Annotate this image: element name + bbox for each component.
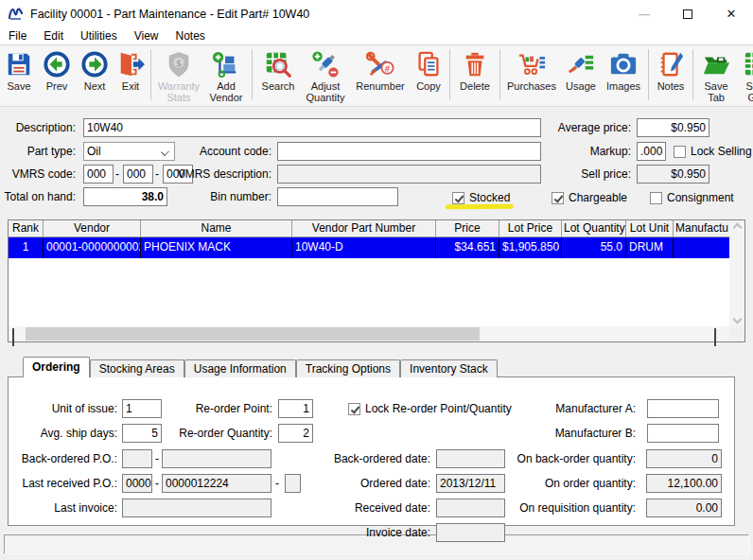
search-button[interactable]: Search bbox=[255, 46, 301, 105]
menu-view[interactable]: View bbox=[126, 27, 167, 44]
toolbar-button-label: Save Grid bbox=[736, 80, 753, 103]
tab-stocking-areas[interactable]: Stocking Areas bbox=[90, 359, 184, 377]
part-type-label: Part type: bbox=[0, 142, 76, 161]
adjust-quantity-button[interactable]: Adjust Quantity bbox=[301, 46, 350, 105]
toolbar-button-label: Add Vendor bbox=[203, 80, 249, 103]
grid-header-lot-price[interactable]: Lot Price bbox=[499, 220, 562, 237]
checkbox-label: Lock Selling bbox=[691, 145, 752, 158]
toolbar-separator bbox=[252, 49, 253, 100]
total-on-hand-label: Total on hand: bbox=[0, 187, 76, 206]
vmrs-description-label: VMRS description: bbox=[142, 165, 271, 184]
toolbar-button-label: Copy bbox=[416, 80, 441, 92]
received-date-label: Received date: bbox=[292, 499, 430, 517]
next-button[interactable]: Next bbox=[76, 46, 114, 105]
average-price-input[interactable]: $0.950 bbox=[637, 118, 709, 137]
minimize-button[interactable]: — bbox=[622, 0, 666, 27]
grid-vertical-scrollbar[interactable] bbox=[729, 220, 744, 326]
spark-plug-plus-minus-icon bbox=[311, 48, 340, 80]
usage-button[interactable]: Usage bbox=[560, 46, 602, 105]
tab-usage-information[interactable]: Usage Information bbox=[184, 359, 296, 377]
toolbar-button-label: Notes bbox=[657, 80, 685, 92]
spark-plug-list-icon bbox=[567, 48, 595, 80]
app-logo-icon bbox=[8, 6, 24, 22]
back-ordered-date-label: Back-ordered date: bbox=[292, 449, 430, 468]
maximize-icon bbox=[683, 9, 692, 19]
grid-header-price[interactable]: Price bbox=[436, 220, 499, 237]
toolbar-separator bbox=[648, 49, 649, 100]
grid-cell-vendor-part-number: 10W40-D bbox=[292, 237, 436, 258]
delete-button[interactable]: Delete bbox=[453, 46, 497, 105]
toolbar-separator bbox=[150, 49, 151, 100]
menu-utilities[interactable]: Utilities bbox=[72, 27, 126, 44]
menu-notes[interactable]: Notes bbox=[167, 27, 214, 44]
stocked-checkbox[interactable]: Stocked bbox=[452, 191, 510, 204]
toolbar-button-label: Images bbox=[606, 80, 640, 92]
maximize-button[interactable] bbox=[666, 0, 709, 27]
grid-cell-vendor: 00001-0000000002 bbox=[44, 237, 141, 258]
save-button[interactable]: Save bbox=[0, 46, 38, 105]
scrollbar-thumb[interactable] bbox=[26, 327, 480, 341]
purchases-button[interactable]: Purchases bbox=[503, 46, 560, 105]
close-button[interactable]: ✕ bbox=[709, 0, 753, 27]
checkbox-label: Consignment bbox=[667, 191, 734, 204]
bin-number-input[interactable] bbox=[277, 187, 398, 206]
copy-button[interactable]: Copy bbox=[411, 46, 447, 105]
manufacturer-b-input[interactable] bbox=[647, 424, 719, 443]
renumber-button[interactable]: # Renumber bbox=[350, 46, 411, 105]
vmrs-code-seg1-input[interactable]: 000 bbox=[83, 165, 114, 184]
chargeable-checkbox[interactable]: Chargeable bbox=[552, 191, 627, 204]
grid-header-vendor[interactable]: Vendor bbox=[44, 220, 141, 237]
add-vendor-button[interactable]: Add Vendor bbox=[203, 46, 249, 105]
reorder-quantity-input[interactable]: 2 bbox=[278, 424, 313, 443]
prev-button[interactable]: Prev bbox=[38, 46, 76, 105]
consignment-checkbox[interactable]: Consignment bbox=[650, 191, 734, 204]
grid-header-name[interactable]: Name bbox=[141, 220, 292, 237]
markup-input[interactable]: .000 bbox=[637, 142, 666, 161]
grid-row-selected[interactable]: 1 00001-0000000002 PHOENIX MACK 10W40-D … bbox=[9, 237, 744, 258]
tab-tracking-options[interactable]: Tracking Options bbox=[296, 359, 400, 377]
reorder-point-label: Re-order Point: bbox=[122, 399, 272, 418]
po-dash: - bbox=[153, 449, 161, 468]
toolbar-button-label: Prev bbox=[46, 80, 68, 92]
account-code-label: Account code: bbox=[142, 142, 271, 161]
scrollbar-corner bbox=[729, 326, 744, 341]
hand-truck-plus-icon bbox=[212, 48, 240, 80]
checkbox-box bbox=[348, 403, 360, 415]
toolbar-button-label: Purchases bbox=[507, 80, 556, 92]
menu-file[interactable]: File bbox=[0, 27, 35, 44]
toolbar-button-label: Adjust Quantity bbox=[301, 80, 350, 103]
save-tab-button[interactable]: Save Tab bbox=[696, 46, 736, 105]
notes-button[interactable]: Notes bbox=[652, 46, 690, 105]
tab-ordering[interactable]: Ordering bbox=[23, 357, 90, 377]
grid-horizontal-scrollbar[interactable] bbox=[9, 326, 729, 341]
tab-inventory-stack[interactable]: Inventory Stack bbox=[400, 359, 498, 377]
reorder-point-input[interactable]: 1 bbox=[278, 399, 313, 418]
grid-header-lot-quantity[interactable]: Lot Quantity bbox=[562, 220, 626, 237]
invoice-date-input bbox=[436, 523, 505, 542]
images-button[interactable]: Images bbox=[602, 46, 645, 105]
toolbar-button-label: Delete bbox=[460, 80, 490, 92]
svg-text:$: $ bbox=[176, 58, 182, 68]
checkbox-box bbox=[552, 192, 564, 204]
last-received-po-label: Last received P.O.: bbox=[9, 474, 117, 493]
minimize-icon: — bbox=[639, 8, 650, 21]
grid-header-vendor-part-number[interactable]: Vendor Part Number bbox=[292, 220, 436, 237]
vendor-grid: Rank Vendor Name Vendor Part Number Pric… bbox=[8, 219, 745, 342]
grid-header-rank[interactable]: Rank bbox=[9, 220, 44, 237]
scroll-up-icon bbox=[732, 223, 742, 233]
last-received-po-facility-input: 00001 bbox=[122, 474, 152, 493]
notebook-pencil-icon bbox=[657, 48, 685, 80]
grid-header-row: Rank Vendor Name Vendor Part Number Pric… bbox=[9, 220, 744, 237]
lock-selling-checkbox[interactable]: Lock Selling bbox=[674, 145, 752, 158]
reorder-quantity-label: Re-order Quantity: bbox=[122, 424, 272, 443]
grid-cell-rank: 1 bbox=[9, 237, 44, 258]
manufacturer-b-label: Manufacturer B: bbox=[434, 424, 636, 443]
warranty-stats-button: $ Warranty Stats bbox=[154, 46, 203, 105]
exit-button[interactable]: Exit bbox=[114, 46, 148, 105]
manufacturer-a-input[interactable] bbox=[647, 399, 719, 418]
menu-edit[interactable]: Edit bbox=[35, 27, 72, 44]
checkbox-label: Chargeable bbox=[569, 191, 627, 204]
save-grid-button[interactable]: Save Grid bbox=[736, 46, 753, 105]
grid-header-lot-unit[interactable]: Lot Unit bbox=[626, 220, 674, 237]
grid-header-manufacturer[interactable]: Manufactu bbox=[674, 220, 729, 237]
